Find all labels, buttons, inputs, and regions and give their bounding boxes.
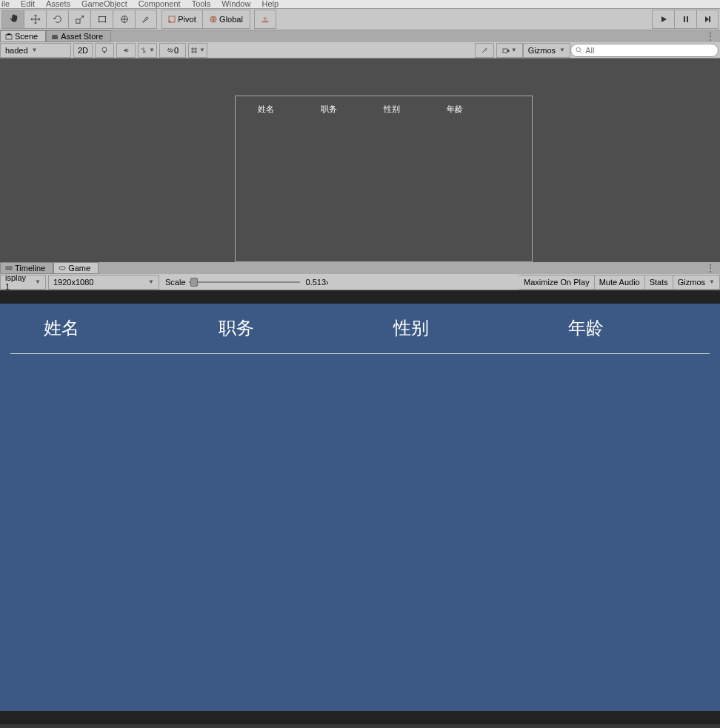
game-tab-bar: Timeline Game ⋮ (0, 262, 720, 274)
2d-label: 2D (78, 46, 88, 55)
move-tool-button[interactable] (24, 10, 46, 29)
lighting-toggle-button[interactable] (95, 43, 114, 58)
resolution-label: 1920x1080 (53, 278, 93, 287)
rotate-tool-button[interactable] (46, 10, 68, 29)
canvas-gizmo[interactable]: 姓名 职务 性别 年龄 (235, 96, 533, 262)
game-tab-context-menu[interactable]: ⋮ (701, 262, 720, 274)
stats-label: Stats (650, 278, 668, 287)
menu-assets[interactable]: Assets (46, 0, 70, 8)
search-icon (576, 47, 582, 54)
svg-rect-16 (104, 52, 105, 53)
game-header-age: 年龄 (535, 316, 710, 340)
scene-table-header: 姓名 职务 性别 年龄 (250, 104, 517, 115)
play-controls (652, 10, 719, 29)
scene-viewport[interactable]: 姓名 职务 性别 年龄 (0, 59, 720, 262)
transform-tools (1, 10, 157, 29)
camera-icon (502, 47, 510, 54)
play-icon (659, 15, 668, 24)
slider-thumb[interactable] (190, 278, 198, 287)
stats-button[interactable]: Stats (645, 275, 673, 290)
tools-settings-button[interactable] (475, 43, 494, 58)
game-header-gender: 性别 (360, 316, 535, 340)
menu-gameobject[interactable]: GameObject (81, 0, 127, 8)
svg-rect-17 (503, 49, 507, 53)
svg-point-8 (169, 21, 171, 23)
menu-component[interactable]: Component (139, 0, 181, 8)
fx-toggle-button[interactable]: ▼ (138, 43, 157, 58)
pivot-label: Pivot (178, 15, 196, 24)
step-button[interactable] (696, 10, 719, 29)
pivot-toggle-button[interactable]: Pivot (161, 10, 203, 29)
tab-scene[interactable]: Scene (0, 30, 46, 42)
scale-value-label: 0.513› (306, 278, 329, 287)
svg-point-4 (98, 21, 99, 23)
eye-off-icon (167, 47, 174, 54)
resolution-dropdown[interactable]: 1920x1080 ▼ (48, 275, 159, 290)
menu-edit[interactable]: Edit (21, 0, 35, 8)
scale-slider[interactable] (189, 275, 300, 290)
svg-point-15 (102, 47, 107, 52)
scene-tab-icon (5, 33, 13, 40)
gamepad-icon (59, 264, 66, 272)
scene-tab-bar: Scene Asset Store ⋮ (0, 30, 720, 42)
gizmos-label: Gizmos (528, 46, 556, 55)
menu-help[interactable]: Help (261, 0, 279, 8)
menu-file[interactable]: ile (1, 0, 10, 8)
tab-game[interactable]: Game (53, 262, 99, 274)
asset-store-icon (51, 33, 59, 40)
game-viewport: 姓名 职务 性别 年龄 (0, 290, 720, 711)
hand-icon (8, 14, 19, 24)
maximize-on-play-button[interactable]: Maximize On Play (519, 275, 595, 290)
play-button[interactable] (652, 10, 674, 29)
menu-window[interactable]: Window (221, 0, 250, 8)
dropdown-arrow-icon: ▼ (199, 47, 205, 53)
hidden-objects-button[interactable]: 0 (159, 43, 186, 58)
scene-search-box[interactable] (570, 44, 719, 57)
mute-label: Mute Audio (599, 278, 640, 287)
scale-icon (75, 14, 85, 24)
custom-tool-button[interactable] (135, 10, 157, 29)
scene-tab-context-menu[interactable]: ⋮ (701, 30, 720, 42)
display-dropdown[interactable]: isplay 1 ▼ (0, 275, 46, 290)
scene-header-gender: 性别 (384, 104, 447, 115)
tab-timeline[interactable]: Timeline (0, 262, 53, 274)
rect-icon (97, 14, 107, 24)
scale-label: Scale (165, 278, 186, 287)
tab-scene-label: Scene (15, 32, 38, 41)
letterbox-bottom (0, 711, 720, 724)
transform-tool-button[interactable] (113, 10, 135, 29)
svg-rect-10 (262, 21, 268, 23)
pause-button[interactable] (674, 10, 696, 29)
global-toggle-button[interactable]: Global (203, 10, 250, 29)
game-gizmos-label: Gizmos (678, 278, 705, 287)
hand-tool-button[interactable] (1, 10, 24, 29)
scene-search-input[interactable] (585, 46, 713, 55)
game-header-name: 姓名 (10, 316, 185, 340)
collab-button[interactable] (254, 10, 276, 29)
audio-toggle-button[interactable] (116, 43, 136, 58)
camera-settings-button[interactable]: ▼ (496, 43, 523, 58)
fx-icon (140, 47, 147, 54)
shading-mode-dropdown[interactable]: haded ▼ (0, 43, 71, 58)
2d-toggle-button[interactable]: 2D (73, 43, 93, 58)
grid-toggle-button[interactable]: ▼ (188, 43, 207, 58)
mute-audio-button[interactable]: Mute Audio (595, 275, 645, 290)
move-icon (30, 14, 41, 24)
tab-game-label: Game (68, 264, 90, 273)
game-header-position: 职务 (185, 316, 360, 340)
svg-point-18 (576, 47, 581, 52)
game-gizmos-dropdown[interactable]: Gizmos ▼ (673, 275, 720, 290)
gizmos-dropdown[interactable]: Gizmos ▼ (523, 43, 570, 58)
dropdown-arrow-icon: ▼ (35, 278, 41, 285)
menu-tools[interactable]: Tools (192, 0, 211, 8)
pivot-icon (168, 16, 176, 23)
svg-rect-0 (76, 19, 79, 23)
tab-asset-store[interactable]: Asset Store (46, 30, 111, 42)
lightbulb-icon (101, 47, 108, 54)
rotate-icon (53, 14, 63, 24)
scene-view-toolbar: haded ▼ 2D ▼ 0 ▼ ▼ Gizmos ▼ (0, 42, 720, 59)
speaker-icon (122, 47, 130, 54)
scale-tool-button[interactable] (68, 10, 90, 29)
dropdown-arrow-icon: ▼ (32, 47, 38, 53)
rect-tool-button[interactable] (90, 10, 113, 29)
